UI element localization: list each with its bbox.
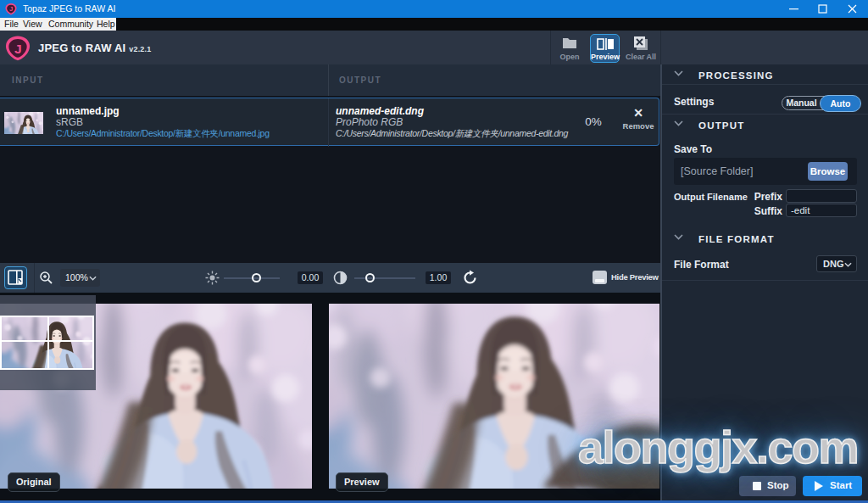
svg-text:J: J xyxy=(9,5,13,13)
svg-text:J: J xyxy=(14,42,22,56)
